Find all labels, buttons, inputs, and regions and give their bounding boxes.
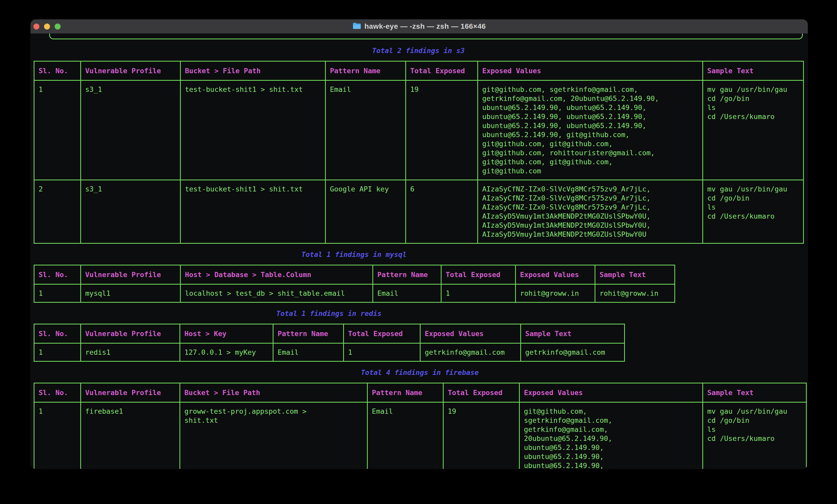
desktop: hawk-eye — -zsh — zsh — 166×46 Total 2 f…	[0, 0, 837, 504]
table-cell: s3_1	[81, 80, 180, 180]
window-title-text: hawk-eye — -zsh — zsh — 166×46	[364, 22, 486, 31]
header-cell: Total Exposed	[406, 61, 478, 80]
table-cell: Google API key	[325, 180, 406, 243]
table-cell: 1	[34, 284, 81, 302]
table-cell: redis1	[81, 343, 180, 361]
header-cell: Pattern Name	[325, 61, 406, 80]
table-cell: mv gau /usr/bin/gau cd /go/bin ls cd /Us…	[703, 80, 804, 180]
folder-icon	[353, 22, 361, 31]
previous-table-bottom-border	[49, 34, 803, 39]
section-mysql: Total 1 findings in mysql Sl. No. Vulner…	[34, 250, 808, 303]
section-title-firebase: Total 4 findings in firebase	[34, 368, 806, 377]
table-header-row: Sl. No. Vulnerable Profile Host > Key Pa…	[34, 324, 625, 343]
header-cell: Exposed Values	[420, 324, 521, 343]
table-row: 1 s3_1 test-bucket-shit1 > shit.txt Emai…	[34, 80, 804, 180]
table-cell: test-bucket-shit1 > shit.txt	[180, 80, 325, 180]
table-cell: Email	[368, 402, 443, 469]
table-cell: rohit@groww.in	[516, 284, 595, 302]
table-cell: 1	[34, 343, 81, 361]
table-row: 1 mysql1 localhost > test_db > shit_tabl…	[34, 284, 675, 302]
header-cell: Pattern Name	[373, 265, 441, 284]
table-cell: 1	[34, 80, 81, 180]
table-cell: 127.0.0.1 > myKey	[180, 343, 273, 361]
window-titlebar[interactable]: hawk-eye — -zsh — zsh — 166×46	[31, 19, 808, 34]
header-cell: Bucket > File Path	[180, 61, 325, 80]
header-cell: Bucket > File Path	[180, 383, 368, 402]
section-firebase: Total 4 findings in firebase Sl. No. Vul…	[34, 368, 808, 469]
header-cell: Sl. No.	[34, 61, 81, 80]
table-cell: mysql1	[81, 284, 180, 302]
header-cell: Vulnerable Profile	[81, 61, 180, 80]
header-cell: Host > Database > Table.Column	[180, 265, 373, 284]
table-cell: rohit@groww.in	[595, 284, 675, 302]
table-header-row: Sl. No. Vulnerable Profile Bucket > File…	[34, 383, 806, 402]
table-cell: getrkinfo@gmail.com	[521, 343, 625, 361]
header-cell: Sample Text	[703, 61, 804, 80]
table-cell: Email	[373, 284, 441, 302]
table-cell: mv gau /usr/bin/gau cd /go/bin ls cd /Us…	[703, 402, 806, 469]
table-cell: test-bucket-shit1 > shit.txt	[180, 180, 325, 243]
header-cell: Sl. No.	[34, 383, 81, 402]
header-cell: Sample Text	[703, 383, 806, 402]
header-cell: Exposed Values	[478, 61, 703, 80]
table-cell: git@github.com, sgetrkinfo@gmail.com, ge…	[478, 80, 703, 180]
header-cell: Pattern Name	[368, 383, 443, 402]
findings-table-s3: Sl. No. Vulnerable Profile Bucket > File…	[34, 61, 804, 244]
table-cell: AIzaSyCfNZ-IZx0-SlVcVg8MCr575zv9_Ar7jLc,…	[478, 180, 703, 243]
minimize-button[interactable]	[44, 23, 50, 30]
table-cell: firebase1	[81, 402, 180, 469]
table-cell: s3_1	[81, 180, 180, 243]
table-cell: 19	[406, 80, 478, 180]
table-cell: mv gau /usr/bin/gau cd /go/bin ls cd /Us…	[703, 180, 804, 243]
table-cell: Email	[273, 343, 344, 361]
table-cell: Email	[325, 80, 406, 180]
close-button[interactable]	[33, 23, 39, 30]
header-cell: Total Exposed	[344, 324, 420, 343]
header-cell: Total Exposed	[441, 265, 516, 284]
table-row: 1 firebase1 groww-test-proj.appspot.com …	[34, 402, 806, 469]
traffic-lights	[33, 19, 60, 33]
table-cell: 19	[443, 402, 519, 469]
section-title-mysql: Total 1 findings in mysql	[34, 250, 674, 259]
table-row: 2 s3_1 test-bucket-shit1 > shit.txt Goog…	[34, 180, 804, 243]
header-cell: Vulnerable Profile	[81, 383, 180, 402]
terminal-screen[interactable]: Total 2 findings in s3 Sl. No. Vulnerabl…	[31, 34, 808, 469]
section-redis: Total 1 findings in redis Sl. No. Vulner…	[34, 309, 808, 362]
table-cell: 1	[344, 343, 420, 361]
table-cell: 6	[406, 180, 478, 243]
header-cell: Sl. No.	[34, 265, 81, 284]
table-cell: getrkinfo@gmail.com	[420, 343, 521, 361]
table-cell: 1	[34, 402, 81, 469]
header-cell: Pattern Name	[273, 324, 344, 343]
section-title-s3: Total 2 findings in s3	[34, 46, 803, 55]
table-cell: 1	[441, 284, 516, 302]
header-cell: Sl. No.	[34, 324, 81, 343]
section-title-redis: Total 1 findings in redis	[34, 309, 624, 318]
findings-table-mysql: Sl. No. Vulnerable Profile Host > Databa…	[34, 265, 675, 303]
window-title: hawk-eye — -zsh — zsh — 166×46	[353, 22, 486, 31]
table-cell: git@github.com, sgetrkinfo@gmail.com, ge…	[519, 402, 703, 469]
table-cell: groww-test-proj.appspot.com > shit.txt	[180, 402, 368, 469]
header-cell: Exposed Values	[519, 383, 703, 402]
section-s3: Total 2 findings in s3 Sl. No. Vulnerabl…	[34, 46, 808, 244]
header-cell: Total Exposed	[443, 383, 519, 402]
header-cell: Vulnerable Profile	[81, 324, 180, 343]
findings-table-firebase: Sl. No. Vulnerable Profile Bucket > File…	[34, 382, 807, 469]
table-cell: localhost > test_db > shit_table.email	[180, 284, 373, 302]
table-header-row: Sl. No. Vulnerable Profile Host > Databa…	[34, 265, 675, 284]
header-cell: Sample Text	[595, 265, 675, 284]
zoom-button[interactable]	[55, 23, 60, 30]
table-row: 1 redis1 127.0.0.1 > myKey Email 1 getrk…	[34, 343, 625, 361]
terminal-window: hawk-eye — -zsh — zsh — 166×46 Total 2 f…	[31, 19, 808, 469]
header-cell: Host > Key	[180, 324, 273, 343]
table-header-row: Sl. No. Vulnerable Profile Bucket > File…	[34, 61, 804, 80]
header-cell: Sample Text	[521, 324, 625, 343]
header-cell: Vulnerable Profile	[81, 265, 180, 284]
header-cell: Exposed Values	[516, 265, 595, 284]
table-cell: 2	[34, 180, 81, 243]
findings-table-redis: Sl. No. Vulnerable Profile Host > Key Pa…	[34, 324, 625, 362]
